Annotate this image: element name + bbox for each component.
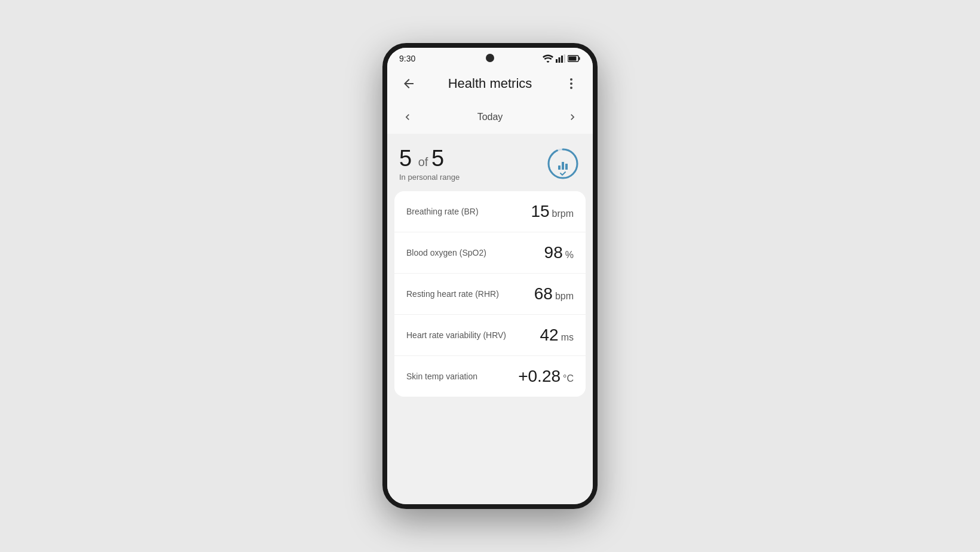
metric-unit-blood-oxygen: % [565,250,574,260]
metric-item-hrv[interactable]: Heart rate variability (HRV) 42 ms [394,315,586,355]
page-title: Health metrics [448,76,532,91]
metric-name-hrv: Heart rate variability (HRV) [406,330,506,340]
camera-notch [486,54,494,62]
back-arrow-icon [402,76,416,91]
metric-unit-hrv: ms [561,332,574,343]
metric-unit-breathing-rate: brpm [552,208,574,219]
total-value: 5 [431,146,444,171]
date-navigation: Today [387,100,593,134]
metric-item-breathing-rate[interactable]: Breathing rate (BR) 15 brpm [394,191,586,232]
metric-value-hrv: 42 ms [540,326,574,345]
more-options-button[interactable] [559,72,583,96]
svg-rect-2 [561,56,563,63]
metric-name-resting-heart-rate: Resting heart rate (RHR) [406,289,499,299]
metric-number-resting-heart-rate: 68 [534,284,553,303]
svg-rect-5 [579,57,580,60]
svg-point-7 [570,78,572,81]
chevron-left-icon [402,111,414,123]
svg-rect-13 [562,162,564,170]
progress-circle-icon [545,146,581,182]
progress-svg [545,146,581,182]
content-area: 5 of 5 In personal range [387,134,593,504]
metric-number-blood-oxygen: 98 [544,243,563,262]
metric-name-skin-temp: Skin temp variation [406,372,477,381]
summary-text: 5 of 5 In personal range [399,146,460,182]
count-display: 5 of 5 [399,146,460,171]
metric-item-blood-oxygen[interactable]: Blood oxygen (SpO2) 98 % [394,232,586,273]
date-label: Today [477,112,503,122]
status-icons [543,54,581,63]
metric-value-blood-oxygen: 98 % [544,243,574,262]
metric-number-breathing-rate: 15 [531,202,549,221]
svg-rect-0 [556,59,558,63]
status-time: 9:30 [399,54,415,63]
metric-item-resting-heart-rate[interactable]: Resting heart rate (RHR) 68 bpm [394,274,586,314]
metric-value-skin-temp: +0.28 °C [518,367,574,386]
summary-subtitle: In personal range [399,173,460,182]
metrics-list: Breathing rate (BR) 15 brpm Blood oxygen… [387,191,593,397]
next-day-button[interactable] [562,106,583,128]
metric-value-resting-heart-rate: 68 bpm [534,284,574,303]
chevron-right-icon [566,111,578,123]
metric-unit-skin-temp: °C [563,373,574,384]
count-value: 5 [399,146,412,171]
metric-number-skin-temp: +0.28 [518,367,561,386]
phone-frame: 9:30 [382,43,598,509]
more-vert-icon [564,76,578,91]
signal-icon [556,54,565,63]
svg-rect-6 [569,57,577,61]
metric-value-breathing-rate: 15 brpm [531,202,574,221]
back-button[interactable] [397,72,421,96]
metric-number-hrv: 42 [540,326,559,345]
svg-rect-3 [564,54,566,63]
metric-name-blood-oxygen: Blood oxygen (SpO2) [406,248,486,257]
svg-rect-14 [565,164,568,170]
top-app-bar: Health metrics [387,67,593,100]
prev-day-button[interactable] [397,106,418,128]
of-separator: of [418,155,431,168]
metric-item-skin-temp[interactable]: Skin temp variation +0.28 °C [394,356,586,397]
metric-name-breathing-rate: Breathing rate (BR) [406,207,479,216]
svg-point-8 [570,82,572,85]
svg-point-9 [570,87,572,89]
wifi-icon [543,54,553,63]
summary-card: 5 of 5 In personal range [387,134,593,191]
count-number: 5 of 5 [399,146,444,171]
svg-rect-1 [559,57,561,63]
svg-rect-12 [558,165,561,170]
metric-unit-resting-heart-rate: bpm [555,291,574,302]
battery-icon [568,55,581,62]
